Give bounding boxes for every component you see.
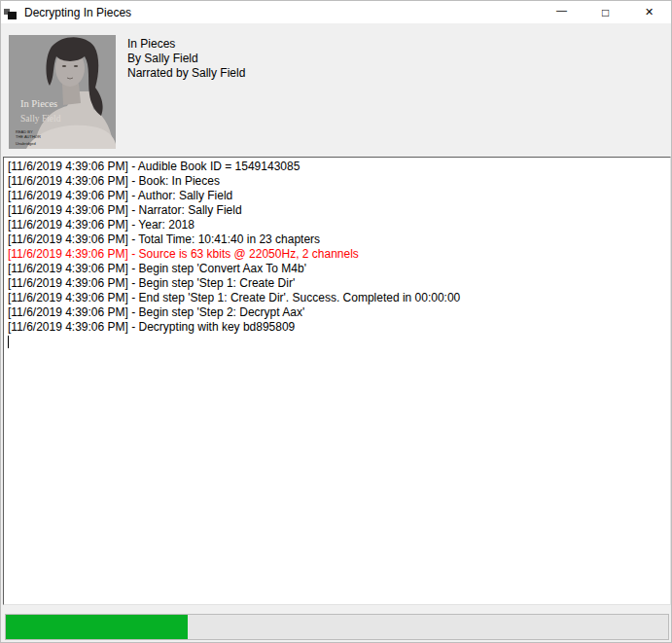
book-title: In Pieces — [127, 37, 245, 52]
log-line: [11/6/2019 4:39:06 PM] - Book: In Pieces — [8, 174, 666, 189]
log-line: [11/6/2019 4:39:06 PM] - Decrypting with… — [8, 320, 666, 335]
book-info-label: In Pieces By Sally Field Narrated by Sal… — [127, 37, 245, 81]
book-narrator: Narrated by Sally Field — [127, 66, 245, 81]
cover-author-text: Sally Field — [20, 114, 61, 124]
cover-badge-line3: Unabridged — [16, 141, 36, 146]
log-line: [11/6/2019 4:39:06 PM] - Narrator: Sally… — [8, 203, 666, 218]
app-icon — [4, 6, 17, 18]
maximize-button[interactable]: □ — [584, 1, 627, 23]
log-line: [11/6/2019 4:39:06 PM] - Begin step 'Ste… — [8, 305, 666, 320]
book-author: By Sally Field — [127, 52, 245, 66]
minimize-button[interactable]: — — [540, 1, 584, 23]
window-title: Decrypting In Pieces — [24, 6, 131, 19]
book-cover-image: In Pieces Sally Field READ BY THE AUTHOR… — [9, 35, 116, 149]
title-bar: Decrypting In Pieces — □ ✕ — [1, 1, 671, 23]
text-caret — [8, 336, 9, 348]
log-line: [11/6/2019 4:39:06 PM] - Total Time: 10:… — [8, 232, 666, 247]
app-window: Decrypting In Pieces — □ ✕ — [0, 0, 672, 643]
cover-title-text: In Pieces — [20, 98, 57, 109]
close-icon: ✕ — [645, 7, 654, 18]
cover-badge-line2: THE AUTHOR — [16, 134, 41, 139]
close-button[interactable]: ✕ — [627, 1, 671, 23]
log-textbox[interactable]: [11/6/2019 4:39:06 PM] - Audible Book ID… — [3, 157, 671, 605]
window-controls: — □ ✕ — [540, 1, 671, 23]
log-line: [11/6/2019 4:39:06 PM] - Author: Sally F… — [8, 189, 666, 203]
log-line: [11/6/2019 4:39:06 PM] - Begin step 'Con… — [8, 262, 666, 276]
maximize-icon: □ — [602, 7, 609, 18]
minimize-icon: — — [556, 5, 567, 16]
log-line: [11/6/2019 4:39:06 PM] - Audible Book ID… — [8, 160, 666, 174]
progress-bar — [5, 614, 669, 640]
log-line: [11/6/2019 4:39:06 PM] - Begin step 'Ste… — [8, 276, 666, 291]
caret-line — [8, 335, 666, 349]
log-line: [11/6/2019 4:39:06 PM] - End step 'Step … — [8, 291, 666, 305]
log-line: [11/6/2019 4:39:06 PM] - Source is 63 kb… — [8, 247, 666, 262]
progress-fill — [6, 615, 188, 639]
log-line: [11/6/2019 4:39:06 PM] - Year: 2018 — [8, 218, 666, 232]
